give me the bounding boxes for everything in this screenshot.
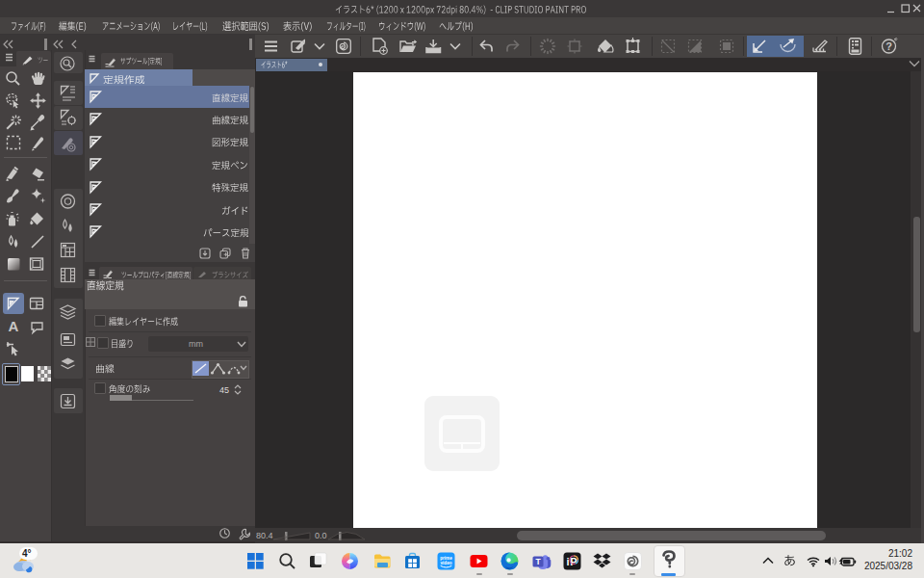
svg-text:i: i <box>566 556 569 567</box>
svg-text:?: ? <box>886 40 892 52</box>
svg-text:A: A <box>9 318 19 334</box>
svg-text:video: video <box>440 561 451 565</box>
svg-text:T: T <box>535 557 541 566</box>
